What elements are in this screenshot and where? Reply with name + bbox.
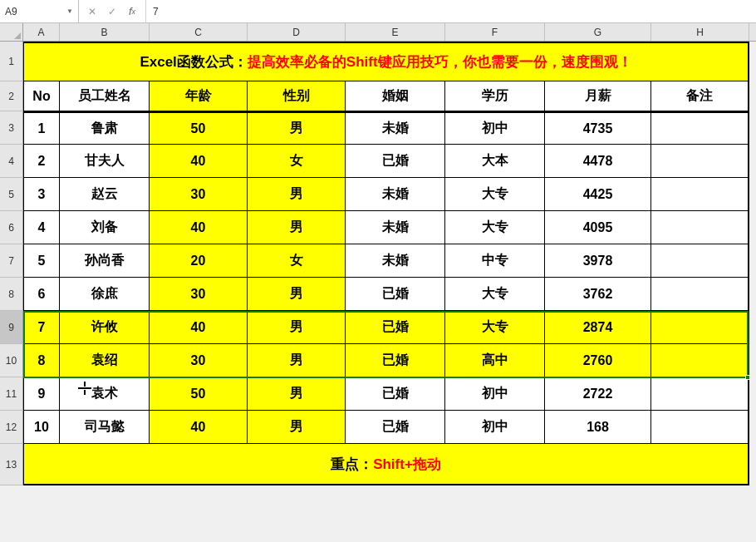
cell-name[interactable]: 许攸 <box>60 311 150 344</box>
cell-no[interactable]: 10 <box>23 411 60 444</box>
footer-cell[interactable]: 重点：Shift+拖动 <box>23 444 749 485</box>
cell-sex[interactable]: 男 <box>248 411 346 444</box>
row-header-8[interactable]: 8 <box>0 278 23 311</box>
cell-note[interactable] <box>651 178 749 211</box>
cell-note[interactable] <box>651 278 749 311</box>
cell-note[interactable] <box>651 377 749 411</box>
cell-sex[interactable]: 男 <box>248 211 346 244</box>
cell-edu[interactable]: 大专 <box>445 178 545 211</box>
cell-edu[interactable]: 大专 <box>445 278 545 311</box>
cell-no[interactable]: 6 <box>23 278 60 311</box>
cell-age[interactable]: 30 <box>150 178 248 211</box>
cell-sex[interactable]: 男 <box>248 377 346 411</box>
cell-name[interactable]: 袁术 <box>60 377 150 411</box>
cell-sex[interactable]: 男 <box>248 178 346 211</box>
cell-sex[interactable]: 男 <box>248 111 346 145</box>
fx-icon[interactable]: fx <box>124 3 140 20</box>
cell-no[interactable]: 9 <box>23 377 60 411</box>
col-header-H[interactable]: H <box>651 23 749 41</box>
cell-name[interactable]: 徐庶 <box>60 278 150 311</box>
row-header-10[interactable]: 10 <box>0 344 23 377</box>
cell-age[interactable]: 40 <box>150 411 248 444</box>
cell-salary[interactable]: 2760 <box>545 344 651 377</box>
cell-salary[interactable]: 2874 <box>545 311 651 344</box>
cell-no[interactable]: 4 <box>23 211 60 244</box>
cell-edu[interactable]: 大专 <box>445 211 545 244</box>
cell-marriage[interactable]: 已婚 <box>346 311 445 344</box>
cell-edu[interactable]: 初中 <box>445 377 545 411</box>
cell-age[interactable]: 50 <box>150 111 248 145</box>
col-header-C[interactable]: C <box>150 23 248 41</box>
row-header-13[interactable]: 13 <box>0 444 23 485</box>
col-header-G[interactable]: G <box>545 23 651 41</box>
cell-note[interactable] <box>651 111 749 145</box>
cell-marriage[interactable]: 已婚 <box>346 278 445 311</box>
cell-no[interactable]: 3 <box>23 178 60 211</box>
cell-note[interactable] <box>651 411 749 444</box>
cell-edu[interactable]: 初中 <box>445 111 545 145</box>
cell-no[interactable]: 2 <box>23 145 60 178</box>
select-all-corner[interactable] <box>0 23 23 41</box>
cell-name[interactable]: 甘夫人 <box>60 145 150 178</box>
row-header-11[interactable]: 11 <box>0 377 23 411</box>
cell-marriage[interactable]: 已婚 <box>346 377 445 411</box>
cell-note[interactable] <box>651 311 749 344</box>
col-header-A[interactable]: A <box>23 23 60 41</box>
row-header-1[interactable]: 1 <box>0 42 23 81</box>
cell-salary[interactable]: 4735 <box>545 111 651 145</box>
cell-salary[interactable]: 168 <box>545 411 651 444</box>
cell-sex[interactable]: 男 <box>248 344 346 377</box>
header-sex[interactable]: 性别 <box>248 81 346 111</box>
header-note[interactable]: 备注 <box>651 81 749 111</box>
col-header-B[interactable]: B <box>60 23 150 41</box>
row-header-4[interactable]: 4 <box>0 145 23 178</box>
cell-edu[interactable]: 初中 <box>445 411 545 444</box>
cell-salary[interactable]: 4425 <box>545 178 651 211</box>
cell-marriage[interactable]: 已婚 <box>346 344 445 377</box>
name-box[interactable]: A9 ▼ <box>0 0 79 22</box>
cell-no[interactable]: 5 <box>23 244 60 278</box>
col-header-F[interactable]: F <box>445 23 545 41</box>
row-header-3[interactable]: 3 <box>0 111 23 145</box>
row-header-12[interactable]: 12 <box>0 411 23 444</box>
cell-age[interactable]: 30 <box>150 278 248 311</box>
cell-edu[interactable]: 中专 <box>445 244 545 278</box>
cell-sex[interactable]: 女 <box>248 145 346 178</box>
col-header-D[interactable]: D <box>248 23 346 41</box>
cell-sex[interactable]: 男 <box>248 278 346 311</box>
header-no[interactable]: No <box>23 81 60 111</box>
header-marriage[interactable]: 婚姻 <box>346 81 445 111</box>
row-header-7[interactable]: 7 <box>0 244 23 278</box>
cell-note[interactable] <box>651 145 749 178</box>
cell-sex[interactable]: 女 <box>248 244 346 278</box>
header-edu[interactable]: 学历 <box>445 81 545 111</box>
header-salary[interactable]: 月薪 <box>545 81 651 111</box>
cell-marriage[interactable]: 未婚 <box>346 211 445 244</box>
cell-name[interactable]: 孙尚香 <box>60 244 150 278</box>
row-header-6[interactable]: 6 <box>0 211 23 244</box>
cell-age[interactable]: 40 <box>150 145 248 178</box>
row-header-5[interactable]: 5 <box>0 178 23 211</box>
cell-marriage[interactable]: 已婚 <box>346 145 445 178</box>
cell-marriage[interactable]: 已婚 <box>346 411 445 444</box>
cell-edu[interactable]: 大本 <box>445 145 545 178</box>
confirm-icon[interactable]: ✓ <box>104 3 120 20</box>
cell-salary[interactable]: 4095 <box>545 211 651 244</box>
formula-input[interactable]: 7 <box>146 0 756 22</box>
col-header-E[interactable]: E <box>346 23 445 41</box>
cell-sex[interactable]: 男 <box>248 311 346 344</box>
cell-name[interactable]: 赵云 <box>60 178 150 211</box>
cell-marriage[interactable]: 未婚 <box>346 178 445 211</box>
cell-age[interactable]: 40 <box>150 311 248 344</box>
cell-marriage[interactable]: 未婚 <box>346 244 445 278</box>
row-header-2[interactable]: 2 <box>0 81 23 111</box>
cell-name[interactable]: 司马懿 <box>60 411 150 444</box>
header-age[interactable]: 年龄 <box>150 81 248 111</box>
cell-salary[interactable]: 3978 <box>545 244 651 278</box>
cell-marriage[interactable]: 未婚 <box>346 111 445 145</box>
cell-name[interactable]: 袁绍 <box>60 344 150 377</box>
header-name[interactable]: 员工姓名 <box>60 81 150 111</box>
cell-salary[interactable]: 3762 <box>545 278 651 311</box>
cell-edu[interactable]: 大专 <box>445 311 545 344</box>
cell-salary[interactable]: 4478 <box>545 145 651 178</box>
